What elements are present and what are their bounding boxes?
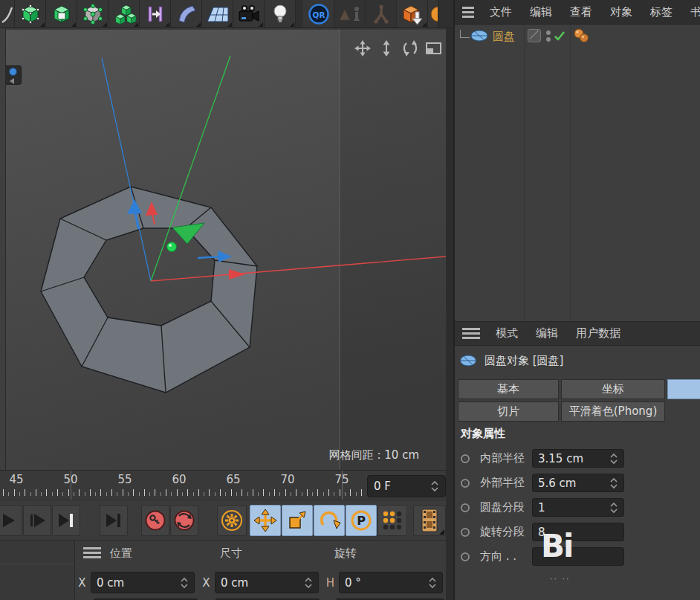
tab-0[interactable]: 切片 [458,401,559,422]
step-forward-button[interactable] [23,505,51,536]
partial-curve-icon[interactable] [0,0,15,28]
value-stepper[interactable] [609,502,618,514]
am-menu-item-2[interactable]: 用户数据 [576,326,620,341]
wedge-tool-icon[interactable] [171,0,202,28]
array-cubes-icon[interactable] [108,0,140,28]
badge-arrow-icon [10,78,14,84]
am-menu-item-0[interactable]: 模式 [496,326,518,341]
disc-object-icon[interactable] [470,29,490,43]
am-menu-item-1[interactable]: 编辑 [536,326,558,341]
joint-tool-icon[interactable] [366,0,397,28]
ruler-tick [100,489,101,496]
keyframe-circle-icon[interactable] [461,479,470,488]
tab-1[interactable]: 平滑着色(Phong) [561,401,665,422]
ruler-tick [296,489,296,496]
tab-selected-partial[interactable] [667,379,700,399]
pan-view-icon[interactable] [353,39,372,57]
phong-tag-icon[interactable] [572,28,590,44]
viewport-filter-badge[interactable] [6,65,22,85]
ruler-tick [46,489,47,496]
key-pla-button[interactable] [377,505,407,536]
play-button[interactable] [0,505,22,536]
menubar-item-5[interactable]: 书 [690,5,700,19]
ruler-tick [215,492,215,496]
camera-icon[interactable] [233,0,265,28]
om-column-divider [524,25,525,321]
qr-code-icon[interactable]: QR [303,0,334,28]
object-manager[interactable]: 圆盘 [455,25,700,321]
keyframe-circle-icon[interactable] [461,528,470,537]
render-visibility-dot[interactable] [546,37,551,42]
autokey-button[interactable] [170,505,198,536]
workplane-grid-icon[interactable] [202,0,233,28]
coords-menu-icon[interactable] [83,547,101,558]
ruler-tick [220,489,221,496]
key-parameter-button[interactable]: P [346,505,377,536]
dolly-view-icon[interactable] [377,39,395,57]
keying-settings-button[interactable] [217,505,247,536]
attribute-menu-icon[interactable] [462,328,480,339]
property-input[interactable]: 3.15 cm [532,449,624,468]
bake-object-icon[interactable] [397,0,428,28]
keyframe-circle-icon[interactable] [461,454,470,463]
toggle-view-icon[interactable] [424,39,443,57]
key-rotation-button[interactable] [314,505,345,536]
viewport-canvas[interactable] [6,30,446,470]
viewport[interactable]: 网格间距 : 10 cm [6,30,446,470]
points-sphere-cube-icon[interactable] [77,0,108,28]
record-key-button[interactable] [141,505,169,536]
partial-orange-icon[interactable] [428,0,438,28]
disc-object-icon [459,355,478,367]
ruler-tick [36,489,36,496]
tab-0[interactable]: 基本 [458,379,559,399]
make-editable-icon[interactable] [15,0,46,28]
keyframe-circle-icon[interactable] [461,552,470,561]
ruler-number: 60 [172,473,186,486]
frame-stepper[interactable] [430,480,439,492]
menubar-item-2[interactable]: 查看 [570,5,592,19]
menubar-item-1[interactable]: 编辑 [530,5,552,19]
tab-1[interactable]: 坐标 [561,379,665,399]
top-toolbar: QR [0,0,453,28]
value-stepper[interactable] [428,577,437,589]
menubar-item-0[interactable]: 文件 [490,5,512,19]
property-row: 圆盘分段 1 [455,498,700,517]
light-icon[interactable] [265,0,296,28]
panel-divider[interactable] [446,28,453,600]
value-stepper[interactable] [609,453,618,465]
current-frame-field[interactable]: 0 F [367,475,446,497]
cube-hollow-icon[interactable] [46,0,77,28]
ruler-tick [258,492,259,496]
editor-visibility-dot[interactable] [546,30,551,35]
menubar-item-3[interactable]: 对象 [610,5,632,19]
ruler-tick [356,492,357,496]
attribute-object-title: 圆盘对象 [圆盘] [485,354,563,368]
key-scale-button[interactable] [282,505,313,536]
object-manager-menu-icon[interactable] [462,7,474,18]
object-name[interactable]: 圆盘 [493,30,515,44]
key-position-button[interactable] [250,505,281,536]
rotate-view-icon[interactable] [401,39,419,57]
axis-label: H [325,576,335,590]
coordinate-input[interactable]: 0 cm [215,572,319,593]
value-stepper[interactable] [304,577,313,589]
ruler-tick [25,489,25,496]
timeline-ruler[interactable]: 0 F 45505560657075 [0,470,446,500]
menubar-item-4[interactable]: 标签 [650,5,673,19]
property-input[interactable]: 1 [532,498,624,517]
filmstrip-button[interactable] [413,505,446,536]
coordinate-input[interactable]: 0 ° [339,572,443,593]
object-properties-title: 对象属性 [461,427,505,441]
keyframe-circle-icon[interactable] [461,503,470,512]
mirror-tool-icon[interactable] [140,0,171,28]
value-stepper[interactable] [180,577,189,589]
layer-tag-icon[interactable] [528,29,541,42]
goto-end-highlight-button[interactable] [52,505,80,536]
enabled-check-icon[interactable] [553,29,566,42]
property-input[interactable]: 5.6 cm [532,474,624,492]
value-stepper[interactable] [609,477,618,489]
character-tools-icon[interactable] [334,0,366,28]
goto-end-button[interactable] [100,505,128,536]
coordinate-input[interactable]: 0 cm [91,572,195,593]
ruler-tick [161,492,161,496]
